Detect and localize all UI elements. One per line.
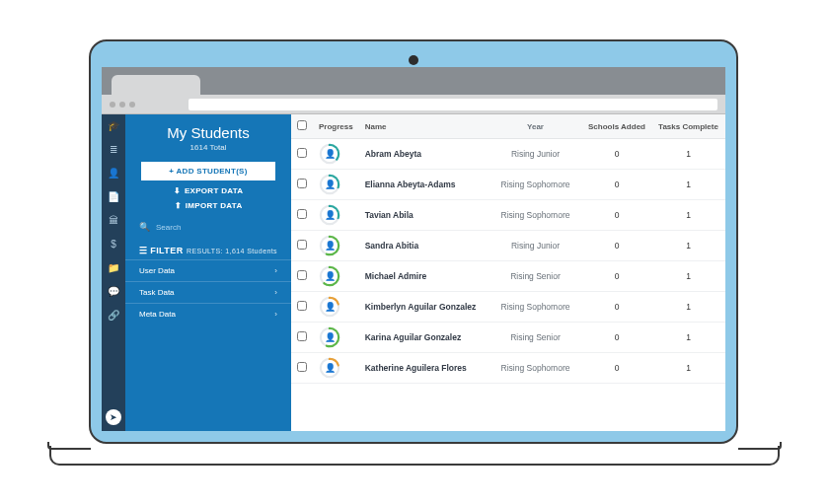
table-row[interactable]: 👤Tavian AbilaRising Sophomore01 (291, 200, 725, 231)
chat-icon[interactable]: 💬 (107, 284, 120, 298)
chevron-right-icon: › (274, 288, 277, 297)
col-name[interactable]: Name (359, 114, 489, 139)
row-checkbox[interactable] (297, 362, 307, 372)
schools-added: 0 (582, 261, 651, 292)
filter-icon: ☰ (139, 246, 150, 255)
schools-added: 0 (582, 170, 651, 200)
grad-cap-icon[interactable]: 🎓 (107, 118, 120, 132)
select-all-header (291, 114, 313, 139)
student-name: Tavian Abila (359, 200, 489, 231)
row-checkbox[interactable] (297, 331, 307, 341)
col-progress[interactable]: Progress (313, 114, 359, 139)
avatar-icon: 👤 (322, 238, 338, 253)
progress-ring: 👤 (319, 143, 340, 165)
row-checkbox[interactable] (297, 240, 307, 250)
search-input[interactable]: 🔍 Search (139, 222, 277, 232)
student-name: Katherine Aguilera Flores (359, 353, 489, 384)
table-row[interactable]: 👤Sandra AbitiaRising Junior01 (291, 231, 725, 261)
student-name: Michael Admire (359, 261, 489, 292)
page-title: My Students (125, 124, 291, 141)
add-student-button[interactable]: + ADD STUDENT(S) (141, 162, 275, 180)
bank-icon[interactable]: 🏛 (107, 213, 120, 227)
url-input[interactable] (188, 99, 717, 110)
upload-icon: ⬆ (175, 201, 182, 210)
schools-added: 0 (582, 292, 651, 323)
student-year: Rising Sophomore (489, 200, 582, 231)
icon-rail: 🎓≣👤📄🏛$📁💬🔗➤ (102, 114, 125, 431)
laptop-base (49, 446, 780, 466)
col-tasks[interactable]: Tasks Complete (651, 114, 725, 139)
send-icon[interactable]: ➤ (106, 409, 121, 425)
plus-icon: + (169, 167, 176, 176)
table-row[interactable]: 👤Abram AbeytaRising Junior01 (291, 139, 725, 170)
nav-fwd-icon[interactable] (119, 102, 125, 108)
col-schools[interactable]: Schools Added (582, 114, 651, 139)
app-root: 🎓≣👤📄🏛$📁💬🔗➤ My Students 1614 Total + ADD … (102, 114, 725, 431)
progress-ring: 👤 (319, 326, 340, 348)
export-data-button[interactable]: ⬇ EXPORT DATA (141, 186, 275, 195)
student-name: Kimberlyn Aguilar Gonzalez (359, 292, 489, 323)
student-year: Rising Sophomore (489, 292, 582, 323)
row-checkbox[interactable] (297, 179, 307, 188)
progress-ring: 👤 (319, 357, 340, 379)
avatar-icon: 👤 (322, 329, 338, 345)
tasks-complete: 1 (651, 261, 725, 292)
filter-label: Meta Data (139, 310, 176, 319)
link-icon[interactable]: 🔗 (107, 308, 120, 322)
avatar-icon: 👤 (322, 177, 338, 192)
row-checkbox[interactable] (297, 270, 307, 280)
student-year: Rising Sophomore (489, 170, 582, 200)
schools-added: 0 (582, 200, 651, 231)
laptop-frame: 🎓≣👤📄🏛$📁💬🔗➤ My Students 1614 Total + ADD … (89, 39, 738, 444)
progress-ring: 👤 (319, 235, 340, 256)
tasks-complete: 1 (651, 231, 725, 261)
table-row[interactable]: 👤Kimberlyn Aguilar GonzalezRising Sophom… (291, 292, 725, 323)
table-row[interactable]: 👤Elianna Abeyta-AdamsRising Sophomore01 (291, 170, 725, 200)
student-year: Rising Senior (489, 323, 582, 353)
select-all-checkbox[interactable] (297, 120, 307, 130)
student-name: Sandra Abitia (359, 231, 489, 261)
row-checkbox[interactable] (297, 209, 307, 219)
dollar-icon[interactable]: $ (107, 237, 120, 251)
tasks-complete: 1 (651, 323, 725, 353)
progress-ring: 👤 (319, 265, 340, 287)
filter-item-task-data[interactable]: Task Data› (125, 281, 291, 303)
student-name: Karina Aguilar Gonzalez (359, 323, 489, 353)
download-icon: ⬇ (174, 186, 181, 195)
row-checkbox[interactable] (297, 301, 307, 311)
list-icon[interactable]: ≣ (107, 142, 120, 156)
nav-back-icon[interactable] (110, 102, 115, 108)
folder-icon[interactable]: 📁 (107, 260, 120, 274)
search-placeholder: Search (156, 223, 181, 232)
search-icon: 🔍 (139, 222, 150, 232)
avatar-icon: 👤 (322, 207, 338, 223)
table-row[interactable]: 👤Karina Aguilar GonzalezRising Senior01 (291, 323, 725, 353)
progress-ring: 👤 (319, 204, 340, 226)
schools-added: 0 (582, 139, 651, 170)
schools-added: 0 (582, 353, 651, 384)
table-row[interactable]: 👤Michael AdmireRising Senior01 (291, 261, 725, 292)
avatar-icon: 👤 (322, 299, 338, 315)
nav-reload-icon[interactable] (129, 102, 135, 108)
tasks-complete: 1 (651, 353, 725, 384)
col-year[interactable]: Year (489, 114, 582, 139)
row-checkbox[interactable] (297, 148, 307, 158)
filter-item-meta-data[interactable]: Meta Data› (125, 303, 291, 324)
filter-header: ☰ FILTER RESULTS: 1,614 Students (139, 246, 277, 255)
doc-icon[interactable]: 📄 (107, 189, 120, 203)
avatar-icon: 👤 (322, 268, 338, 284)
camera-dot (409, 55, 418, 65)
student-year: Rising Sophomore (489, 353, 582, 384)
tasks-complete: 1 (651, 292, 725, 323)
browser-tab-bar (102, 67, 725, 95)
filter-item-user-data[interactable]: User Data› (125, 259, 291, 281)
import-data-button[interactable]: ⬆ IMPORT DATA (141, 201, 275, 210)
student-count: 1614 Total (125, 143, 291, 152)
user-icon[interactable]: 👤 (107, 166, 120, 180)
schools-added: 0 (582, 323, 651, 353)
browser-tab[interactable] (112, 75, 200, 95)
browser-url-bar (102, 95, 725, 114)
avatar-icon: 👤 (322, 146, 338, 162)
filter-label: User Data (139, 266, 175, 275)
table-row[interactable]: 👤Katherine Aguilera FloresRising Sophomo… (291, 353, 725, 384)
